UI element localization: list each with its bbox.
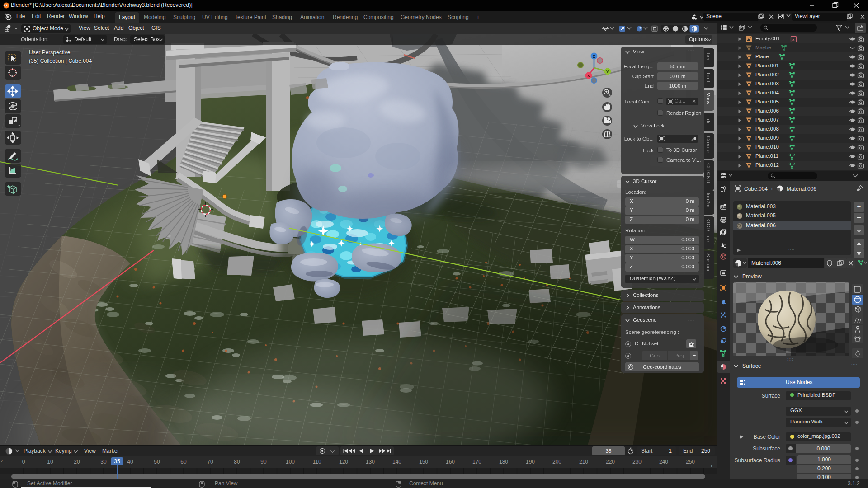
svg-text:Z: Z <box>593 54 595 59</box>
svg-text:X: X <box>587 73 590 78</box>
svg-text:Y: Y <box>606 69 609 74</box>
